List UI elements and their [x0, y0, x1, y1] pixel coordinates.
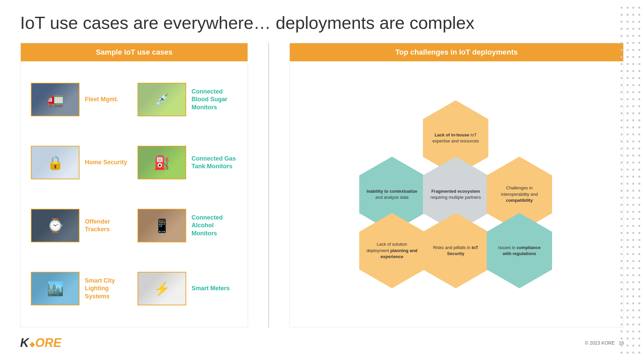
logo-ore: ORE [35, 336, 61, 350]
alcohol-image [138, 209, 186, 242]
kore-logo: K ◆ ORE [20, 336, 61, 350]
use-cases-grid: Fleet Mgmt. Connected Blood Sugar Monito… [21, 61, 248, 327]
security-label: Home Security [85, 159, 127, 166]
gas-image [138, 146, 186, 179]
hex-inability-text: Inability to contextualize and analyze d… [359, 183, 425, 205]
hex-container: Lack of in-house IoT expertise and resou… [359, 100, 554, 288]
meter-image [138, 272, 186, 305]
blood-label: Connected Blood Sugar Monitors [192, 88, 237, 111]
alcohol-label: Connected Alcohol Monitors [192, 214, 237, 237]
list-item: Connected Gas Tank Monitors [134, 131, 241, 194]
right-panel: Top challenges in IoT deployments Lack o… [289, 43, 624, 327]
city-image [31, 272, 79, 305]
logo-diamond: ◆ [30, 340, 35, 348]
city-label: Smart City Lighting Systems [85, 277, 131, 300]
list-item: Fleet Mgmt. [28, 68, 134, 131]
fleet-label: Fleet Mgmt. [85, 96, 118, 103]
security-image [31, 146, 79, 179]
left-panel-header: Sample IoT use cases [21, 43, 248, 61]
slide: // Generate dots const dp = document.que… [0, 0, 644, 362]
hex-compliance: Issues in compliance with regulations [487, 213, 552, 288]
hex-security-text: Risks and pitfalls in IoT Security [423, 240, 488, 262]
gas-label: Connected Gas Tank Monitors [192, 155, 237, 171]
page-title: IoT use cases are everywhere… deployment… [20, 13, 624, 33]
tracker-image [31, 209, 79, 242]
hex-planning-text: Lack of solution deployment planning and… [359, 236, 425, 265]
hex-fragmented-text: Fragmented ecosystem requiring multiple … [423, 183, 488, 205]
logo-k: K [20, 336, 29, 350]
hex-diagram: Lack of in-house IoT expertise and resou… [290, 61, 623, 327]
list-item: Smart Meters [134, 257, 241, 320]
list-item: Home Security [28, 131, 134, 194]
right-panel-header: Top challenges in IoT deployments [290, 43, 623, 61]
hex-interoperability-text: Challenges in interoperability and compa… [487, 180, 552, 208]
list-item: Offender Trackers [28, 194, 134, 257]
fleet-image [31, 83, 79, 116]
meter-label: Smart Meters [192, 285, 230, 292]
tracker-label: Offender Trackers [85, 218, 131, 234]
hex-security: Risks and pitfalls in IoT Security [423, 213, 488, 288]
hex-planning: Lack of solution deployment planning and… [359, 213, 425, 288]
hex-compliance-text: Issues in compliance with regulations [487, 240, 552, 262]
panel-divider [268, 43, 269, 327]
list-item: Connected Blood Sugar Monitors [134, 68, 241, 131]
footer: K ◆ ORE © 2023 KORE 16 [20, 331, 624, 350]
list-item: Connected Alcohol Monitors [134, 194, 241, 257]
blood-image [138, 83, 186, 116]
list-item: Smart City Lighting Systems [28, 257, 134, 320]
left-panel: Sample IoT use cases Fleet Mgmt. Connect… [20, 43, 248, 327]
main-content: Sample IoT use cases Fleet Mgmt. Connect… [20, 43, 624, 327]
hex-lack-inhouse-text: Lack of in-house IoT expertise and resou… [423, 127, 488, 149]
